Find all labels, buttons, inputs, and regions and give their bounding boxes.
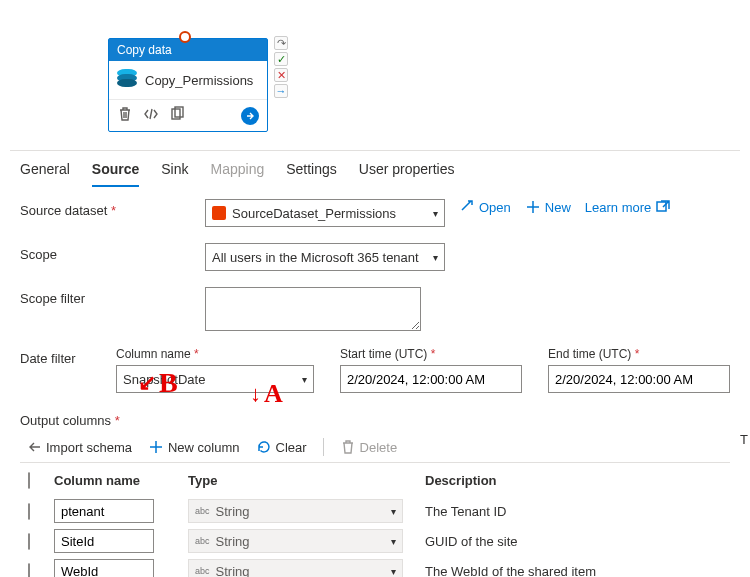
column-name-select[interactable]: SnapshotDate ▾ xyxy=(116,365,314,393)
delete-button: Delete xyxy=(340,439,398,455)
clear-button[interactable]: Clear xyxy=(256,439,307,455)
column-name-value: SnapshotDate xyxy=(123,372,205,387)
type-value: String xyxy=(216,564,250,578)
status-pending-icon[interactable]: ↷ xyxy=(274,36,288,50)
row-checkbox[interactable] xyxy=(28,533,30,550)
end-time-input[interactable] xyxy=(548,365,730,393)
column-name-label: Column name xyxy=(116,347,314,361)
learn-more-label: Learn more xyxy=(585,200,651,215)
scope-label: Scope xyxy=(20,243,205,262)
type-select[interactable]: abcString ▾ xyxy=(188,529,403,553)
command-divider xyxy=(323,438,324,456)
source-dataset-select[interactable]: SourceDataset_Permissions ▾ xyxy=(205,199,445,227)
column-name-input[interactable] xyxy=(54,559,154,577)
column-description: GUID of the site xyxy=(425,534,730,549)
columns-table: Column name Type Description abcString ▾… xyxy=(20,465,730,577)
type-value: String xyxy=(216,504,250,519)
svg-rect-2 xyxy=(657,202,666,211)
source-form: Source dataset SourceDataset_Permissions… xyxy=(0,187,750,577)
status-skip-icon[interactable]: → xyxy=(274,84,288,98)
input-port[interactable] xyxy=(179,31,191,43)
column-description: The WebId of the shared item xyxy=(425,564,730,578)
date-filter-label: Date filter xyxy=(20,347,116,366)
start-time-input[interactable] xyxy=(340,365,522,393)
chevron-down-icon: ▾ xyxy=(302,374,307,385)
status-success-icon[interactable]: ✓ xyxy=(274,52,288,66)
activity-title: Copy data xyxy=(109,39,267,61)
tab-sink[interactable]: Sink xyxy=(161,161,188,187)
new-column-button[interactable]: New column xyxy=(148,439,240,455)
import-schema-label: Import schema xyxy=(46,440,132,455)
select-all-checkbox[interactable] xyxy=(28,472,30,489)
copy-icon[interactable] xyxy=(169,106,185,125)
scope-filter-label: Scope filter xyxy=(20,287,205,306)
type-select[interactable]: abcString ▾ xyxy=(188,499,403,523)
string-type-icon: abc xyxy=(195,536,210,546)
type-value: String xyxy=(216,534,250,549)
run-arrow-icon[interactable] xyxy=(241,107,259,125)
string-type-icon: abc xyxy=(195,566,210,576)
chevron-down-icon: ▾ xyxy=(391,536,396,547)
header-type: Type xyxy=(188,473,425,488)
chevron-down-icon: ▾ xyxy=(433,252,438,263)
activity-name[interactable]: Copy_Permissions xyxy=(145,73,253,88)
overflow-letter: T xyxy=(740,432,748,447)
learn-more-link[interactable]: Learn more xyxy=(585,199,671,215)
trash-icon[interactable] xyxy=(117,106,133,125)
open-label: Open xyxy=(479,200,511,215)
table-row: abcString ▾ The Tenant ID xyxy=(20,496,730,526)
type-select[interactable]: abcString ▾ xyxy=(188,559,403,577)
office365-icon xyxy=(212,206,226,220)
table-header: Column name Type Description xyxy=(20,465,730,496)
tab-settings[interactable]: Settings xyxy=(286,161,337,187)
output-columns-label: Output columns xyxy=(20,409,730,428)
tab-source[interactable]: Source xyxy=(92,161,139,187)
column-description: The Tenant ID xyxy=(425,504,730,519)
row-checkbox[interactable] xyxy=(28,503,30,520)
end-time-label: End time (UTC) xyxy=(548,347,730,361)
start-time-label: Start time (UTC) xyxy=(340,347,522,361)
code-icon[interactable] xyxy=(143,106,159,125)
table-row: abcString ▾ GUID of the site xyxy=(20,526,730,556)
pipeline-canvas[interactable]: Copy data Copy_Permissions xyxy=(0,0,750,150)
chevron-down-icon: ▾ xyxy=(391,506,396,517)
chevron-down-icon: ▾ xyxy=(433,208,438,219)
scope-value: All users in the Microsoft 365 tenant xyxy=(212,250,419,265)
new-dataset-link[interactable]: New xyxy=(525,199,571,215)
tab-general[interactable]: General xyxy=(20,161,70,187)
source-dataset-value: SourceDataset_Permissions xyxy=(232,206,396,221)
tab-mapping[interactable]: Mapping xyxy=(211,161,265,187)
delete-label: Delete xyxy=(360,440,398,455)
table-row: abcString ▾ The WebId of the shared item xyxy=(20,556,730,577)
columns-command-bar: Import schema New column Clear Delete xyxy=(20,432,730,463)
clear-label: Clear xyxy=(276,440,307,455)
string-type-icon: abc xyxy=(195,506,210,516)
scope-select[interactable]: All users in the Microsoft 365 tenant ▾ xyxy=(205,243,445,271)
import-schema-button[interactable]: Import schema xyxy=(26,439,132,455)
scope-filter-textarea[interactable] xyxy=(205,287,421,331)
source-dataset-label: Source dataset xyxy=(20,199,205,218)
tabs-bar: General Source Sink Mapping Settings Use… xyxy=(0,151,750,187)
open-dataset-link[interactable]: Open xyxy=(459,199,511,215)
new-column-label: New column xyxy=(168,440,240,455)
column-name-input[interactable] xyxy=(54,499,154,523)
new-label: New xyxy=(545,200,571,215)
header-column-name: Column name xyxy=(54,473,188,488)
tab-user-properties[interactable]: User properties xyxy=(359,161,455,187)
chevron-down-icon: ▾ xyxy=(391,566,396,577)
row-checkbox[interactable] xyxy=(28,563,30,578)
copy-activity-node[interactable]: Copy data Copy_Permissions xyxy=(108,38,268,132)
status-fail-icon[interactable]: ✕ xyxy=(274,68,288,82)
activity-status-badges: ↷ ✓ ✕ → xyxy=(274,36,288,98)
header-description: Description xyxy=(425,473,730,488)
database-icon xyxy=(117,69,137,91)
column-name-input[interactable] xyxy=(54,529,154,553)
